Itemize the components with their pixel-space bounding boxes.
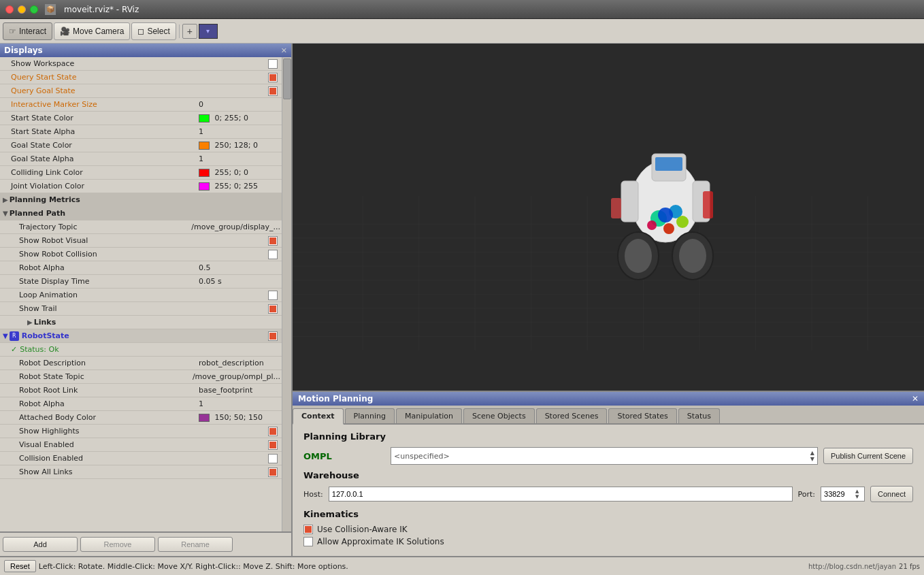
color-swatch[interactable] bbox=[199, 142, 210, 150]
select-label: Select bbox=[147, 27, 169, 36]
add-button[interactable]: Add bbox=[3, 537, 78, 552]
planning-library-title: Planning Library bbox=[303, 431, 913, 442]
planner-select[interactable]: <unspecified> ▲ ▼ bbox=[391, 447, 818, 465]
reset-button[interactable]: Reset bbox=[4, 560, 36, 572]
show-all-links-checkbox[interactable] bbox=[268, 467, 278, 477]
cursor-icon: ☞ bbox=[9, 27, 16, 36]
list-item[interactable]: Robot Root Link base_footprint bbox=[0, 384, 282, 397]
row-value: 1 bbox=[199, 127, 280, 136]
show-robot-visual-checkbox[interactable] bbox=[268, 236, 278, 246]
list-item[interactable]: Goal State Alpha 1 bbox=[0, 152, 282, 166]
select-arrows-icon[interactable]: ▲ ▼ bbox=[810, 450, 814, 462]
planning-library-row: OMPL <unspecified> ▲ ▼ Publish Current S… bbox=[303, 447, 913, 465]
list-item[interactable]: Colliding Link Color 255; 0; 0 bbox=[0, 166, 282, 180]
connect-button[interactable]: Connect bbox=[870, 486, 913, 502]
move-camera-button[interactable]: 🎥 Move Camera bbox=[54, 22, 130, 40]
list-item[interactable]: ▶ Planning Metrics bbox=[0, 193, 282, 207]
scrollbar-thumb[interactable] bbox=[283, 59, 291, 99]
expand-arrow-icon[interactable]: ▼ bbox=[3, 332, 8, 340]
list-item[interactable]: Show All Links bbox=[0, 465, 282, 479]
motion-panel-close-icon[interactable]: ✕ bbox=[912, 394, 919, 404]
add-tool-button[interactable]: + bbox=[182, 24, 197, 39]
scrollbar[interactable] bbox=[282, 57, 291, 531]
list-item[interactable]: Visual Enabled bbox=[0, 438, 282, 452]
show-trail-checkbox[interactable] bbox=[268, 304, 278, 314]
query-start-state-checkbox[interactable] bbox=[268, 73, 278, 82]
expand-arrow-icon[interactable]: ▶ bbox=[27, 318, 33, 326]
svg-point-33 bbox=[647, 220, 657, 230]
query-goal-state-checkbox[interactable] bbox=[268, 86, 278, 96]
fps-counter: 21 fps bbox=[899, 563, 920, 570]
expand-arrow-icon[interactable]: ▶ bbox=[3, 196, 8, 203]
color-swatch[interactable] bbox=[199, 414, 210, 422]
list-item[interactable]: Interactive Marker Size 0 bbox=[0, 98, 282, 112]
list-item[interactable]: Show Robot Visual bbox=[0, 234, 282, 248]
list-item[interactable]: Show Robot Collision bbox=[0, 248, 282, 261]
tab-stored-scenes[interactable]: Stored Scenes bbox=[536, 408, 608, 423]
list-item[interactable]: Start State Color 0; 255; 0 bbox=[0, 112, 282, 125]
show-highlights-checkbox[interactable] bbox=[268, 427, 278, 436]
list-item[interactable]: Collision Enabled bbox=[0, 452, 282, 465]
list-item[interactable]: Trajectory Topic /move_group/display_... bbox=[0, 220, 282, 234]
list-item[interactable]: Loop Animation bbox=[0, 289, 282, 302]
list-item[interactable]: Show Highlights bbox=[0, 425, 282, 438]
row-label: Goal State Color bbox=[11, 141, 199, 150]
tab-manipulation[interactable]: Manipulation bbox=[396, 408, 462, 423]
list-item[interactable]: Goal State Color 250; 128; 0 bbox=[0, 139, 282, 152]
warehouse-title: Warehouse bbox=[303, 470, 913, 480]
select-button[interactable]: ◻ Select bbox=[131, 22, 176, 40]
minimize-btn[interactable] bbox=[18, 5, 26, 14]
list-item[interactable]: Show Workspace bbox=[0, 57, 282, 71]
color-swatch[interactable] bbox=[199, 182, 210, 191]
list-item[interactable]: Robot Description robot_description bbox=[0, 357, 282, 370]
toolbar-dropdown-button[interactable]: ▾ bbox=[199, 24, 218, 39]
list-item[interactable]: Robot Alpha 1 bbox=[0, 397, 282, 411]
list-item[interactable]: Start State Alpha 1 bbox=[0, 125, 282, 139]
list-item[interactable]: Robot Alpha 0.5 bbox=[0, 261, 282, 275]
show-workspace-checkbox[interactable] bbox=[268, 59, 278, 69]
host-input[interactable] bbox=[329, 487, 793, 502]
robot-state-checkbox[interactable] bbox=[268, 331, 278, 341]
list-item[interactable]: Query Start State bbox=[0, 71, 282, 84]
list-item[interactable]: ▼ R RobotState bbox=[0, 329, 282, 343]
publish-scene-button[interactable]: Publish Current Scene bbox=[823, 448, 913, 464]
row-label: Joint Violation Color bbox=[11, 182, 199, 191]
port-spin-icon[interactable]: ▲ ▼ bbox=[855, 489, 859, 499]
motion-planning-header: Motion Planning ✕ bbox=[293, 392, 924, 406]
list-item[interactable]: State Display Time 0.05 s bbox=[0, 275, 282, 289]
list-item[interactable]: ▼ Planned Path bbox=[0, 207, 282, 220]
tab-status[interactable]: Status bbox=[678, 408, 720, 423]
3d-viewport[interactable]: ‹ bbox=[293, 44, 924, 391]
tab-planning[interactable]: Planning bbox=[345, 408, 395, 423]
expand-arrow-icon[interactable]: ▼ bbox=[3, 210, 8, 217]
collision-enabled-checkbox[interactable] bbox=[268, 454, 278, 463]
row-label: Trajectory Topic bbox=[19, 223, 191, 231]
visual-enabled-checkbox[interactable] bbox=[268, 440, 278, 450]
list-item[interactable]: ▶ Links bbox=[0, 316, 282, 329]
use-collision-ik-label: Use Collision-Aware IK bbox=[317, 525, 408, 534]
color-swatch[interactable] bbox=[199, 114, 210, 122]
use-collision-ik-checkbox[interactable] bbox=[303, 525, 313, 534]
list-item[interactable]: Show Trail bbox=[0, 302, 282, 316]
displays-close-icon[interactable]: ✕ bbox=[281, 46, 287, 55]
rename-button[interactable]: Rename bbox=[158, 537, 233, 552]
list-item[interactable]: Attached Body Color 150; 50; 150 bbox=[0, 411, 282, 425]
color-swatch[interactable] bbox=[199, 169, 210, 177]
close-btn[interactable] bbox=[5, 5, 14, 14]
tab-stored-states[interactable]: Stored States bbox=[608, 408, 676, 423]
list-item[interactable]: Robot State Topic /move_group/ompl_pl... bbox=[0, 370, 282, 384]
row-label: Query Start State bbox=[11, 73, 268, 82]
remove-button[interactable]: Remove bbox=[80, 537, 155, 552]
row-label: Visual Enabled bbox=[19, 440, 268, 449]
interact-button[interactable]: ☞ Interact bbox=[3, 22, 52, 40]
port-input[interactable] bbox=[821, 489, 855, 499]
tab-context[interactable]: Context bbox=[293, 408, 344, 425]
allow-approx-ik-checkbox[interactable] bbox=[303, 537, 313, 546]
interact-label: Interact bbox=[19, 27, 46, 36]
list-item[interactable]: Query Goal State bbox=[0, 84, 282, 98]
maximize-btn[interactable] bbox=[30, 5, 38, 14]
loop-animation-checkbox[interactable] bbox=[268, 291, 278, 300]
show-robot-collision-checkbox[interactable] bbox=[268, 250, 278, 259]
tab-scene-objects[interactable]: Scene Objects bbox=[463, 408, 535, 423]
list-item[interactable]: Joint Violation Color 255; 0; 255 bbox=[0, 180, 282, 193]
